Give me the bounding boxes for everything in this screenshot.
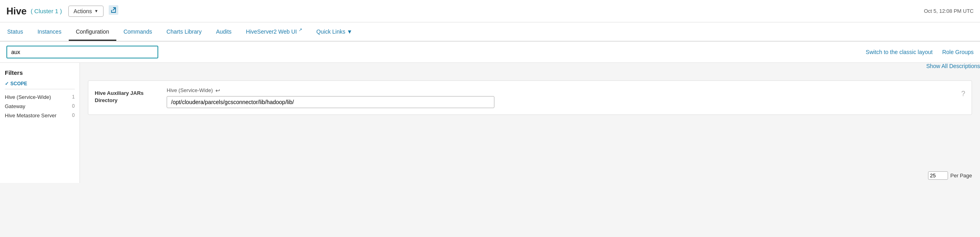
quick-links-caret-icon: ▼	[347, 28, 353, 35]
scope-item-gateway[interactable]: Gateway 0	[5, 102, 75, 111]
nav-tabs: Status Instances Configuration Commands …	[0, 22, 980, 42]
sidebar-filters: Filters ✓ SCOPE Hive (Service-Wide) 1 Ga…	[0, 63, 80, 183]
config-scope-text: Hive (Service-Wide)	[167, 87, 213, 93]
app-title: Hive	[6, 6, 27, 17]
role-groups-link[interactable]: Role Groups	[942, 49, 974, 55]
main-content: Filters ✓ SCOPE Hive (Service-Wide) 1 Ga…	[0, 63, 980, 183]
actions-label: Actions	[74, 8, 92, 14]
search-row: Switch to the classic layout Role Groups	[0, 42, 980, 63]
help-icon[interactable]: ?	[961, 87, 965, 98]
search-input[interactable]	[6, 46, 158, 58]
config-value-area: Hive (Service-Wide) ↩	[167, 87, 953, 108]
export-icon[interactable]	[108, 5, 119, 18]
scope-check-icon: ✓	[5, 81, 9, 86]
per-page-label: Per Page	[950, 173, 972, 179]
config-entry-label: Hive Auxiliary JARsDirectory	[95, 87, 159, 104]
scope-label: ✓ SCOPE	[5, 81, 75, 86]
scope-item-hive-metastore-server[interactable]: Hive Metastore Server 0	[5, 111, 75, 120]
tab-configuration[interactable]: Configuration	[69, 24, 116, 41]
tab-commands[interactable]: Commands	[116, 24, 159, 41]
scope-divider	[5, 89, 75, 89]
scope-item-label: Hive Metastore Server	[5, 112, 56, 118]
tab-charts-library[interactable]: Charts Library	[159, 24, 209, 41]
external-link-icon: ↗	[299, 27, 302, 32]
config-entry-hive-auxiliary-jars: Hive Auxiliary JARsDirectory Hive (Servi…	[88, 80, 972, 115]
tab-instances[interactable]: Instances	[30, 24, 69, 41]
config-scope-label: Hive (Service-Wide) ↩	[167, 87, 953, 94]
scope-item-hive-service-wide[interactable]: Hive (Service-Wide) 1	[5, 92, 75, 102]
actions-caret-icon: ▼	[94, 9, 98, 13]
undo-icon[interactable]: ↩	[215, 87, 220, 94]
scope-item-count: 1	[72, 94, 75, 100]
scope-item-label: Gateway	[5, 103, 25, 109]
config-panel: Hive Auxiliary JARsDirectory Hive (Servi…	[80, 74, 980, 167]
per-page-row: Per Page	[80, 167, 980, 183]
scope-item-label: Hive (Service-Wide)	[5, 94, 51, 100]
header: Hive ( Cluster 1 ) Actions ▼ Oct 5, 12:0…	[0, 0, 980, 22]
tab-status[interactable]: Status	[0, 24, 30, 41]
cluster-label: ( Cluster 1 )	[31, 8, 62, 14]
tab-hiveserver2-web-ui[interactable]: HiveServer2 Web UI ↗	[239, 22, 309, 41]
per-page-input[interactable]	[928, 171, 948, 180]
tab-audits[interactable]: Audits	[209, 24, 239, 41]
tab-quick-links[interactable]: Quick Links ▼	[309, 24, 360, 41]
filters-title: Filters	[5, 69, 75, 76]
config-panel-wrapper: Show All Descriptions Hive Auxiliary JAR…	[80, 63, 980, 183]
timestamp: Oct 5, 12:08 PM UTC	[924, 8, 974, 14]
scope-item-count: 0	[72, 103, 75, 109]
switch-classic-layout-link[interactable]: Switch to the classic layout	[866, 49, 932, 55]
actions-button[interactable]: Actions ▼	[68, 6, 104, 17]
search-row-right: Switch to the classic layout Role Groups	[866, 49, 974, 55]
show-all-row: Show All Descriptions	[80, 63, 980, 69]
scope-item-count: 0	[72, 112, 75, 118]
config-value-input[interactable]	[167, 96, 494, 108]
show-all-descriptions-link[interactable]: Show All Descriptions	[926, 63, 980, 69]
